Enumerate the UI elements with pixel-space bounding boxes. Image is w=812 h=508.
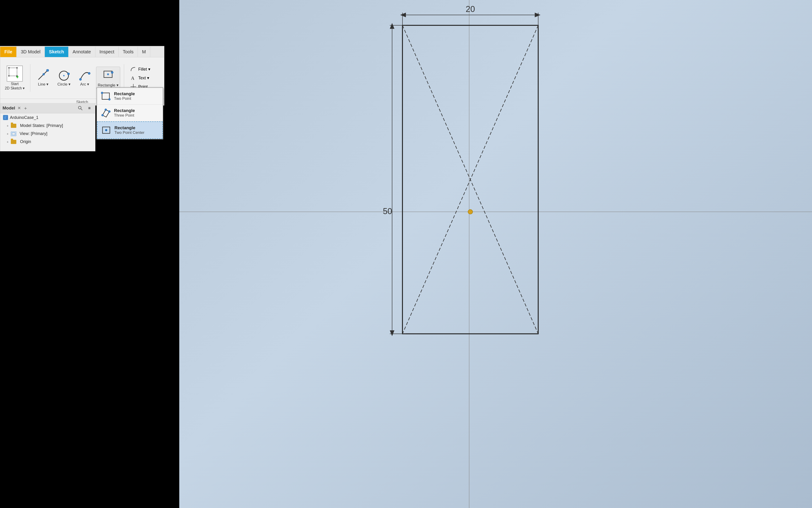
svg-point-33 xyxy=(107,73,109,75)
model-item-states[interactable]: + Model States: [Primary] xyxy=(0,122,95,130)
tab-annotate[interactable]: Annotate xyxy=(68,47,95,57)
circle-label: Circle ▾ xyxy=(57,82,70,87)
svg-point-40 xyxy=(108,98,110,100)
rectangle-dropdown: Rectangle Two Point Rectangle Three Poin… xyxy=(97,87,163,139)
fillet-icon xyxy=(130,66,137,73)
model-add-button[interactable]: ＋ xyxy=(23,105,28,111)
svg-marker-41 xyxy=(102,110,109,117)
origin-label: Origin xyxy=(20,139,31,144)
model-close-button[interactable]: ✕ xyxy=(17,105,21,111)
svg-point-21 xyxy=(8,75,10,77)
svg-point-25 xyxy=(46,69,49,72)
model-tab-label[interactable]: Model xyxy=(3,105,15,111)
svg-line-50 xyxy=(81,109,82,110)
svg-point-39 xyxy=(101,92,103,94)
svg-rect-55 xyxy=(12,133,15,135)
expand-icon-view: + xyxy=(7,132,8,136)
svg-point-29 xyxy=(67,73,69,75)
rect-two-point-center-text: Rectangle Two Point Center xyxy=(114,125,144,135)
tab-file[interactable]: File xyxy=(0,47,16,57)
rect-two-point-center-item[interactable]: Rectangle Two Point Center xyxy=(97,121,163,139)
rectangle-button[interactable]: Rectangle ▾ xyxy=(96,67,120,89)
fillet-label: Fillet ▾ xyxy=(138,67,150,72)
rectangle-icon xyxy=(102,68,114,82)
expand-icon-origin: + xyxy=(7,140,8,144)
start-sketch-icon: + xyxy=(7,66,23,82)
svg-text:50: 50 xyxy=(383,207,392,216)
rect-three-point-icon xyxy=(101,108,111,118)
component-icon xyxy=(3,115,8,120)
svg-marker-8 xyxy=(535,13,540,17)
tab-tools[interactable]: Tools xyxy=(118,47,138,57)
model-item-view[interactable]: + View: [Primary] xyxy=(0,130,95,138)
line-label: Line ▾ xyxy=(38,82,48,87)
arc-icon xyxy=(79,69,91,81)
expand-icon-states: + xyxy=(7,124,8,128)
svg-marker-14 xyxy=(390,331,394,336)
states-label: Model States: [Primary] xyxy=(20,123,63,128)
rect-two-point-icon xyxy=(101,91,111,101)
view-icon xyxy=(11,132,16,136)
arc-button[interactable]: Arc ▾ xyxy=(76,68,94,88)
text-button[interactable]: A Text ▾ xyxy=(128,74,153,82)
svg-text:20: 20 xyxy=(466,4,475,14)
svg-point-20 xyxy=(16,67,18,69)
fillet-button[interactable]: Fillet ▾ xyxy=(128,65,153,73)
start-sketch-button[interactable]: + Start2D Sketch ▾ xyxy=(3,64,27,92)
rect-three-point-item[interactable]: Rectangle Three Point xyxy=(97,104,163,121)
svg-point-43 xyxy=(105,109,107,111)
svg-point-42 xyxy=(102,114,103,116)
svg-point-28 xyxy=(63,75,64,76)
line-icon xyxy=(37,69,49,81)
line-button[interactable]: Line ▾ xyxy=(34,68,52,88)
svg-marker-53 xyxy=(7,116,7,119)
arc-label: Arc ▾ xyxy=(80,82,89,87)
tab-more[interactable]: M xyxy=(138,47,150,57)
svg-rect-38 xyxy=(102,93,109,99)
model-header: Model ✕ ＋ ≡ xyxy=(0,103,95,113)
text-label: Text ▾ xyxy=(138,76,149,81)
text-tool-icon: A xyxy=(130,75,137,81)
svg-point-5 xyxy=(468,210,473,214)
rect-three-point-text: Rectangle Three Point xyxy=(114,108,135,118)
svg-text:A: A xyxy=(131,76,135,81)
folder-icon-states xyxy=(11,124,16,128)
model-panel: Model ✕ ＋ ≡ ArduinoCase_1 + Model States… xyxy=(0,103,95,151)
tab-inspect[interactable]: Inspect xyxy=(95,47,118,57)
svg-point-19 xyxy=(8,67,10,69)
rect-two-point-center-icon xyxy=(101,125,111,135)
cad-canvas[interactable]: 20 50 xyxy=(179,0,812,508)
rect-two-point-text: Rectangle Two Point xyxy=(114,91,135,101)
svg-point-34 xyxy=(111,71,113,73)
circle-icon xyxy=(58,69,70,81)
svg-point-44 xyxy=(108,111,110,113)
rect-two-point-item[interactable]: Rectangle Two Point xyxy=(97,88,163,104)
model-menu-button[interactable]: ≡ xyxy=(86,105,93,111)
tab-sketch[interactable]: Sketch xyxy=(45,47,68,57)
svg-point-26 xyxy=(43,73,45,75)
start-sketch-label: Start2D Sketch ▾ xyxy=(5,82,25,90)
svg-marker-13 xyxy=(390,23,394,29)
ribbon-tabs: File 3D Model Sketch Annotate Inspect To… xyxy=(0,47,164,57)
svg-point-30 xyxy=(80,78,82,80)
rectangle-label: Rectangle ▾ xyxy=(98,83,118,88)
circle-button[interactable]: Circle ▾ xyxy=(55,68,73,88)
svg-marker-7 xyxy=(400,13,406,17)
svg-rect-51 xyxy=(4,117,7,119)
arduino-label: ArduinoCase_1 xyxy=(10,115,38,120)
model-item-origin[interactable]: + Origin xyxy=(0,138,95,146)
model-item-arduino[interactable]: ArduinoCase_1 xyxy=(0,113,95,122)
svg-point-31 xyxy=(88,72,90,74)
folder-icon-origin xyxy=(11,140,16,144)
view-label: View: [Primary] xyxy=(19,131,47,136)
svg-text:+: + xyxy=(16,74,19,80)
model-search-button[interactable] xyxy=(77,105,84,111)
tab-3dmodel[interactable]: 3D Model xyxy=(16,47,45,57)
cad-drawing: 20 50 xyxy=(179,0,812,508)
